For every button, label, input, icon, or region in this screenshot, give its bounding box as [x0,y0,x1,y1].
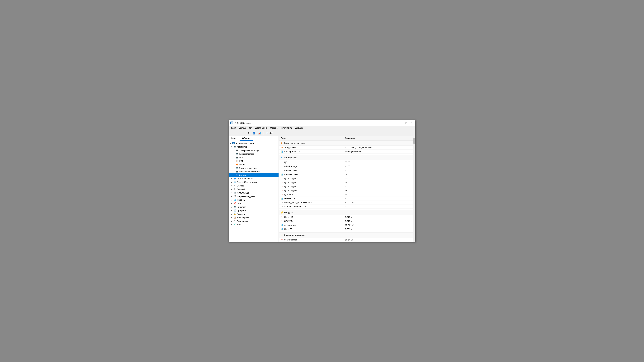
window-controls: – □ ✕ [399,121,414,125]
section-power: ⚡ Значення потужності [279,233,413,238]
volt-icon: 〜 [280,216,283,218]
field-label: GPU Hotspot [284,197,296,200]
tree-motherboard[interactable]: ▶ 🔷 Системна плата [229,177,278,180]
aida-icon: 64 [232,142,235,145]
maximize-button[interactable]: □ [404,121,408,125]
menu-report[interactable]: Звіт [247,126,254,130]
field-label: ЦП 1 / Ядро 1 [284,177,298,180]
tree-label: База даних [237,220,248,222]
row-pch-diode: 〜 Діод PCH 45 °C [279,192,413,196]
tree-dmi[interactable]: 💻 DMI [229,156,278,159]
tree-ipmi[interactable]: 📋 IPMI [229,159,278,163]
menu-file[interactable]: Файл [230,126,237,130]
field-value: 10.54 W [343,238,413,242]
tree-label: Безпека [237,213,245,215]
tree-computer[interactable]: ▼ 💻 Комп'ютер [229,145,278,149]
field-label: ЦП [284,161,287,164]
item-icon: 📋 [236,160,238,162]
tree-computer-name[interactable]: 💻 Ім'я комп'ютера [229,152,278,156]
tree-os[interactable]: ▶ 🪟 Операційна система [229,180,278,184]
tree-label: Комп'ютер [237,146,247,148]
field-value: Diode (NV-Diode) [343,150,413,154]
tree-software[interactable]: ▶ 📄 Програми [229,209,278,212]
item-icon: 📋 [233,216,236,219]
field-value: 23 °C [343,204,413,208]
refresh-button[interactable]: ↻ [246,131,251,135]
section-voltage: ⚡ Напруга [279,210,413,215]
row-st1000: 〜 ST1000LM048-2E7172 23 °C [279,204,413,208]
item-icon: 💻 [233,206,236,208]
tree-label: Датчик [239,174,246,176]
chart-button[interactable]: 📊 [257,131,262,135]
tree-server[interactable]: ▶ 🖥 Сервер [229,184,278,187]
tree-directx[interactable]: ▶ ❌ DirectX [229,201,278,205]
tree-label: Портативний комп'ют [239,171,260,173]
sidebar: Меню Обране ▼ 64 AIDA64 v6.92.6600 ▼ 💻 К… [229,136,279,242]
user-button[interactable]: 👤 [252,131,256,135]
temp-icon: 〜 [280,161,283,164]
row-cpu-ia-cores: 〜 CPU IA Cores 41 °C [279,168,413,172]
tab-menu[interactable]: Меню [229,136,240,141]
field-value: 35 °C [343,176,413,180]
field-cell: 〜 ST1000LM048-2E7172 [280,205,341,208]
menu-view[interactable]: Вигляд [238,126,247,130]
minimize-button[interactable]: – [399,121,403,125]
tree-config[interactable]: ▶ 📋 Конфігурація [229,216,278,219]
tree-arrow: ▶ [231,224,233,225]
section-temps: 🌡 Температури [279,155,413,160]
tree-sensor[interactable]: 🔵 Датчик [229,173,278,177]
field-cell: 〜 ЦП 1 / Ядро 4 [280,189,341,191]
tree-test[interactable]: ▶ 🧪 Тест [229,223,278,226]
scrollbar-thumb[interactable] [413,138,415,144]
section-title: Властивості датчика [284,142,305,144]
field-cell: 📊 Сенсор типу GPU [280,150,341,153]
row-core3: 〜 ЦП 1 / Ядро 3 41 °C [279,184,413,188]
up-button[interactable]: ↑ [241,131,246,135]
item-icon: 💻 [236,153,238,155]
gpu-temp-icon: 📊 [280,173,283,176]
section-header-content: ⚙ Властивості датчика [280,142,411,144]
back-button[interactable]: ← [230,131,234,135]
row-gpu-sensor: 📊 Сенсор типу GPU Diode (NV-Diode) [279,150,413,154]
tree-arrow: ▶ [231,217,233,218]
field-label: Акумулятор [284,224,296,226]
field-value: 43 °C [343,196,413,200]
section-sensor-props: ⚙ Властивості датчика [279,141,413,146]
item-icon: 🖥 [233,188,236,190]
tree-power[interactable]: 💻 Електроживлення [229,166,278,170]
field-cell: 〜 Діод PCH [280,193,341,196]
menu-help[interactable]: Довідка [294,126,304,130]
disk-temp-icon: 〜 [280,205,283,208]
tree-security[interactable]: ▶ 🔒 Безпека [229,212,278,216]
section-icon: 🌡 [280,156,283,159]
tree-arrow: ▶ [231,188,233,190]
forward-button[interactable]: → [235,131,240,135]
item-icon: 🎵 [233,191,236,194]
tree-display[interactable]: ▶ 🖥 Дисплей [229,187,278,191]
content-scroll[interactable]: Поле Значення ⚙ Властивості датчика [279,136,413,242]
row-cpu-vid: 〜 CPU VID 0.777 V [279,219,413,223]
tab-favorites[interactable]: Обране [240,136,252,141]
tree-storage[interactable]: ▶ 💾 Збереження даних [229,194,278,198]
item-icon: ❌ [233,202,236,205]
field-label: ЦП 1 / Ядро 2 [284,181,298,183]
tree-summary[interactable]: 💻 Сумарна інформація [229,149,278,152]
menu-favorites[interactable]: Обране [269,126,279,130]
tree-devices[interactable]: ▶ 💻 Пристрої [229,205,278,209]
menu-remote[interactable]: Дистанційно [254,126,268,130]
tree-overclock[interactable]: 🔥 Розгін [229,163,278,166]
tree-arrow: ▶ [231,195,233,197]
data-table: Поле Значення ⚙ Властивості датчика [279,136,413,242]
tree-network[interactable]: ▶ 🌐 Мережа [229,198,278,201]
tree-database[interactable]: ▶ 🗄 База даних [229,219,278,223]
tree-root[interactable]: ▼ 64 AIDA64 v6.92.6600 [229,142,278,145]
menu-tools[interactable]: Інструменти [279,126,294,130]
section-icon: ⚡ [280,234,283,236]
field-value: CPU, HDD, ACPI, PCH, SNB [343,146,413,150]
close-button[interactable]: ✕ [409,121,414,125]
section-icon: ⚡ [280,211,283,214]
tree-arrow: ▼ [231,146,233,148]
tree-portable[interactable]: 💻 Портативний комп'ют [229,170,278,173]
tree-multimedia[interactable]: ▶ 🎵 Мультимедіа [229,191,278,194]
scrollbar[interactable] [413,136,415,242]
